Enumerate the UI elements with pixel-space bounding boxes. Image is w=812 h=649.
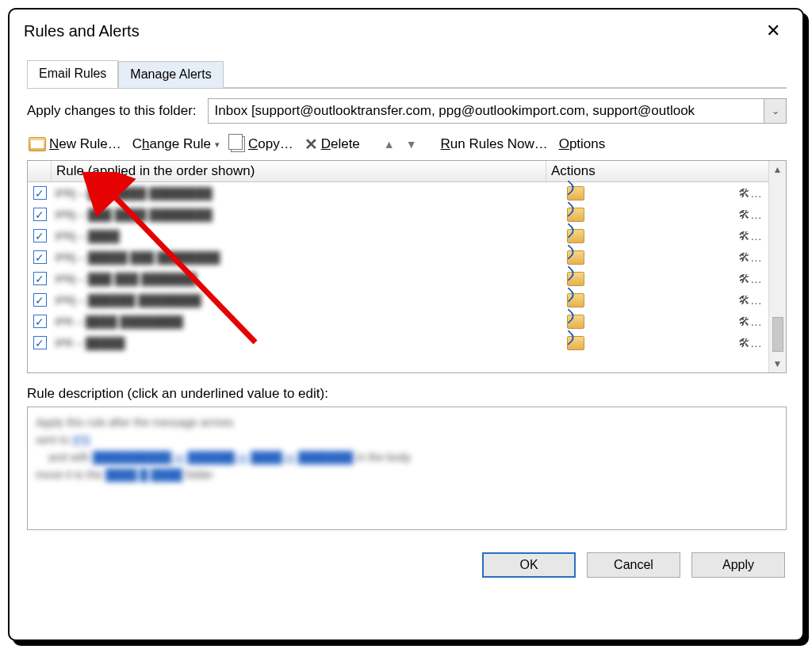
copy-icon (231, 136, 245, 152)
rule-settings-icon: 🛠… (738, 293, 762, 307)
rule-checkbox[interactable]: ✓ (28, 293, 52, 307)
move-to-folder-icon (567, 186, 584, 200)
rule-name: IPR – ████ ████████ (52, 315, 546, 328)
rules-list: Rule (applied in the order shown) Action… (27, 160, 787, 373)
rule-name: IPRj – ███ ████ ████████ (52, 208, 546, 221)
rule-checkbox[interactable]: ✓ (28, 186, 52, 200)
rule-actions: 🛠… (546, 186, 768, 200)
rule-settings-icon: 🛠… (738, 186, 762, 200)
rule-settings-icon: 🛠… (738, 250, 762, 264)
options-button[interactable]: Options (557, 135, 607, 154)
rule-actions: 🛠… (546, 336, 768, 350)
rule-description-box: Apply this rule after the message arrive… (27, 407, 787, 530)
rule-settings-icon: 🛠… (738, 336, 762, 349)
desc-link[interactable]: ██████████ or ██████ or ████ or ███████ (93, 451, 354, 464)
folder-label: Apply changes to this folder: (27, 103, 197, 119)
folder-input[interactable] (208, 98, 764, 124)
rule-checkbox[interactable]: ✓ (28, 208, 52, 221)
desc-line: move it to the (36, 468, 105, 481)
rules-toolbar: New Rule… Change Rule▾ Copy… ✕ Delete ▲ … (27, 132, 787, 160)
desc-line: and with (48, 451, 93, 464)
run-rules-button[interactable]: Run Rules Now… (439, 135, 550, 154)
copy-button[interactable]: Copy… (229, 135, 295, 154)
tab-email-rules[interactable]: Email Rules (27, 60, 118, 88)
rule-settings-icon: 🛠… (738, 208, 762, 221)
dialog-content: Email Rules Manage Alerts Apply changes … (10, 48, 802, 541)
cancel-button[interactable]: Cancel (587, 552, 680, 578)
table-row[interactable]: ✓IPRj – ███ ███ ███████🛠… (28, 268, 768, 289)
title-bar: Rules and Alerts ✕ (10, 10, 802, 48)
tab-strip: Email Rules Manage Alerts (27, 60, 787, 88)
table-row[interactable]: ✓IPR – █████🛠… (28, 332, 768, 353)
column-actions[interactable]: Actions (546, 161, 768, 181)
scroll-down-icon[interactable]: ▼ (773, 355, 783, 372)
move-up-button[interactable]: ▲ (382, 136, 396, 152)
desc-line: in the body (356, 451, 411, 464)
delete-icon: ✕ (304, 135, 318, 154)
move-to-folder-icon (567, 315, 584, 329)
rule-actions: 🛠… (546, 250, 768, 265)
rule-checkbox[interactable]: ✓ (28, 315, 52, 328)
folder-dropdown-button[interactable]: ⌄ (764, 98, 787, 124)
rule-actions: 🛠… (546, 229, 768, 243)
rule-checkbox[interactable]: ✓ (28, 336, 52, 349)
new-rule-icon (29, 137, 46, 151)
move-to-folder-icon (567, 250, 584, 265)
rule-settings-icon: 🛠… (738, 315, 762, 328)
rule-checkbox[interactable]: ✓ (28, 250, 52, 264)
desc-line: Apply this rule after the message arrive… (36, 416, 234, 429)
change-rule-button[interactable]: Change Rule▾ (131, 135, 221, 154)
rule-name: IPRj – █████ ███ ████████ (52, 251, 546, 264)
move-to-folder-icon (567, 208, 584, 222)
folder-select[interactable]: ⌄ (208, 98, 787, 124)
scroll-up-icon[interactable]: ▲ (773, 161, 783, 178)
rule-checkbox[interactable]: ✓ (28, 272, 52, 285)
move-to-folder-icon (567, 229, 584, 243)
table-row[interactable]: ✓IPRj – █████ ███ ████████🛠… (28, 246, 768, 268)
column-rule[interactable]: Rule (applied in the order shown) (52, 161, 546, 181)
rule-actions: 🛠… (546, 293, 768, 307)
table-row[interactable]: ✓IPRj – ████🛠… (28, 225, 768, 246)
move-down-button[interactable]: ▼ (404, 136, 419, 152)
rule-actions: 🛠… (546, 208, 768, 222)
scroll-thumb[interactable] (772, 317, 783, 352)
rules-scrollbar[interactable]: ▲ ▼ (768, 161, 786, 372)
close-icon[interactable]: ✕ (758, 17, 788, 44)
delete-button[interactable]: ✕ Delete (303, 133, 362, 155)
desc-link[interactable]: ████ █ ████ (105, 468, 182, 481)
table-row[interactable]: ✓IPRj – ███ ████ ████████🛠… (28, 204, 768, 225)
rule-name: IPRj – ███ ████ ████████ (52, 187, 546, 200)
window-title: Rules and Alerts (24, 22, 140, 40)
new-rule-button[interactable]: New Rule… (27, 135, 123, 154)
rule-description-label: Rule description (click an underlined va… (27, 386, 787, 402)
ok-button[interactable]: OK (482, 552, 576, 578)
rule-settings-icon: 🛠… (738, 229, 762, 242)
rule-checkbox[interactable]: ✓ (28, 229, 52, 242)
rule-name: IPR – █████ (52, 337, 546, 349)
table-row[interactable]: ✓IPRj – ██████ ████████🛠… (28, 289, 768, 311)
desc-link[interactable]: IPR (72, 433, 90, 446)
rule-name: IPRj – ███ ███ ███████ (52, 273, 546, 285)
table-row[interactable]: ✓IPRj – ███ ████ ████████🛠… (28, 182, 768, 204)
desc-line: folder (186, 468, 213, 481)
rule-actions: 🛠… (546, 272, 768, 286)
chevron-down-icon: ⌄ (772, 105, 779, 116)
folder-row: Apply changes to this folder: ⌄ (27, 98, 787, 124)
table-row[interactable]: ✓IPR – ████ ████████🛠… (28, 311, 768, 332)
rule-actions: 🛠… (546, 315, 768, 329)
dialog-buttons: OK Cancel Apply (10, 541, 802, 582)
rule-settings-icon: 🛠… (738, 272, 762, 285)
rule-name: IPRj – ████ (52, 230, 546, 242)
desc-line: sent to (36, 433, 72, 446)
apply-button[interactable]: Apply (691, 552, 785, 578)
move-to-folder-icon (567, 293, 584, 307)
move-to-folder-icon (567, 272, 584, 286)
rule-name: IPRj – ██████ ████████ (52, 294, 546, 307)
tab-manage-alerts[interactable]: Manage Alerts (118, 61, 223, 88)
rules-list-header: Rule (applied in the order shown) Action… (28, 161, 768, 182)
dialog-window: Rules and Alerts ✕ Email Rules Manage Al… (8, 8, 804, 641)
move-to-folder-icon (567, 336, 584, 350)
